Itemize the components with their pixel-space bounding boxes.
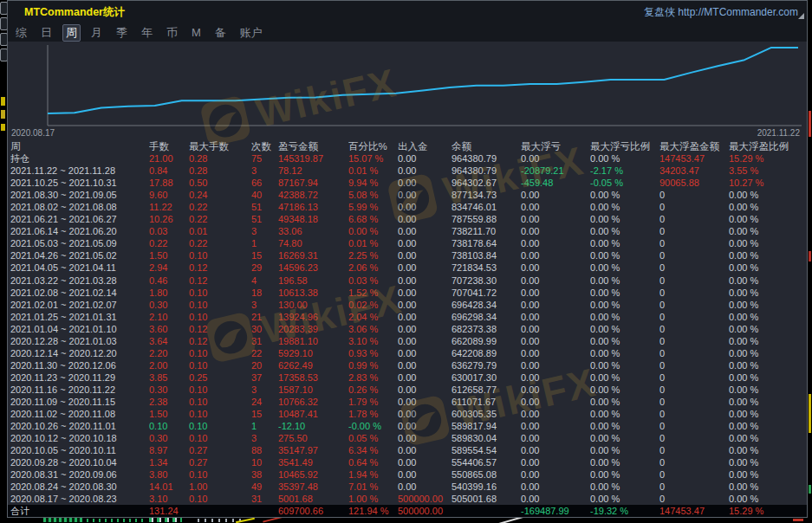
menu-item-备[interactable]: 备	[215, 25, 226, 41]
value-cell: 0	[659, 347, 729, 359]
value-cell: 8.97	[149, 444, 189, 456]
value-cell: 1.79 %	[348, 396, 398, 408]
screen: { "window": { "title": "MTCommander统计", …	[0, 0, 812, 523]
value-cell: 0.00	[398, 213, 451, 225]
menu-item-月[interactable]: 月	[91, 25, 102, 41]
col-header: 最大浮亏	[521, 140, 590, 152]
value-cell: 0.00	[521, 481, 590, 493]
value-cell: 37	[251, 371, 278, 384]
table-row[interactable]: 2021.06.21 ~ 2021.06.2710.260.225149348.…	[8, 213, 807, 225]
table-row[interactable]: 2021.08.30 ~ 2021.09.059.600.244042388.7…	[8, 189, 807, 201]
table-row[interactable]: 2021.03.22 ~ 2021.03.280.460.124196.580.…	[8, 274, 807, 287]
value-cell: 0.30	[149, 299, 189, 311]
value-cell: 5929.10	[278, 347, 348, 359]
menu-item-币[interactable]: 币	[166, 25, 178, 41]
value-cell: 0.00 %	[590, 444, 659, 456]
value-cell: 0	[659, 408, 729, 420]
value-cell: 554406.57	[451, 456, 521, 468]
value-cell: 0.01	[189, 225, 251, 237]
value-cell: 6.68 %	[348, 213, 398, 225]
ghost-mark	[1, 97, 5, 106]
value-cell: 16269.31	[278, 249, 348, 262]
value-cell: 540399.16	[451, 481, 521, 493]
value-cell: 0.00 %	[729, 213, 807, 225]
value-cell: 707041.72	[451, 287, 521, 299]
menu-item-日[interactable]: 日	[41, 25, 52, 41]
weekly-stats-table: 周手数最大手数次数盈亏金额百分比%出入金余额最大浮亏最大浮亏比例最大浮盈金额最大…	[8, 140, 807, 517]
table-row[interactable]: 2020.08.17 ~ 2020.08.233.100.10315001.68…	[8, 493, 807, 505]
value-cell: 738103.84	[451, 249, 521, 262]
value-cell: 0.00	[521, 335, 590, 347]
brand-link[interactable]: 复盘侠 http://MTCommander.com	[644, 5, 798, 20]
table-row[interactable]: 2020.11.02 ~ 2020.11.081.500.101510487.4…	[8, 408, 807, 420]
table-row[interactable]: 2021.04.26 ~ 2021.05.021.500.101516269.3…	[8, 249, 807, 262]
value-cell: 0.00 %	[729, 262, 807, 274]
table-row[interactable]: 2021.02.08 ~ 2021.02.141.800.101810613.3…	[8, 287, 807, 299]
table-row[interactable]: 2021.06.14 ~ 2021.06.200.030.01333.060.0…	[8, 225, 807, 237]
table-row[interactable]: 2020.12.28 ~ 2021.01.033.640.123119881.1…	[8, 335, 807, 347]
table-row[interactable]: 2020.12.14 ~ 2020.12.202.200.10225929.10…	[8, 347, 807, 359]
ghost-candles	[149, 518, 182, 522]
period-cell: 2021.04.05 ~ 2021.04.11	[10, 262, 149, 274]
menu-item-综[interactable]: 综	[16, 25, 27, 41]
period-cell: 2020.12.14 ~ 2020.12.20	[10, 347, 149, 359]
value-cell: 13924.96	[278, 311, 348, 323]
menu-item-季[interactable]: 季	[116, 25, 127, 41]
value-cell: 0.00 %	[590, 249, 659, 262]
value-cell: 0.10	[189, 359, 251, 371]
table-row[interactable]: 2021.04.05 ~ 2021.04.112.940.122914596.2…	[8, 262, 807, 274]
table-row[interactable]: 2020.11.30 ~ 2020.12.062.000.10206262.49…	[8, 359, 807, 371]
value-cell: 3.80	[149, 468, 189, 481]
value-cell: 0.00	[521, 262, 590, 274]
value-cell: 2.06 %	[348, 262, 398, 274]
value-cell: 38	[251, 468, 278, 481]
value-cell: 0.00	[521, 213, 590, 225]
menu-item-周[interactable]: 周	[62, 24, 81, 42]
value-cell: 0.00 %	[590, 481, 659, 493]
table-row[interactable]: 2020.10.05 ~ 2020.10.118.970.278835147.9…	[8, 444, 807, 456]
value-cell: 3	[251, 384, 278, 396]
col-header: 周	[10, 140, 149, 152]
table-row[interactable]: 2021.01.04 ~ 2021.01.103.600.123020283.3…	[8, 323, 807, 335]
value-cell: 0	[659, 189, 729, 201]
value-cell: 0.00	[398, 237, 451, 249]
table-row[interactable]: 2020.10.12 ~ 2020.10.180.300.103275.500.…	[8, 432, 807, 444]
value-cell: 10766.32	[278, 396, 348, 408]
value-cell: 47186.13	[278, 201, 348, 213]
col-header: 出入金	[398, 140, 451, 152]
table-row[interactable]: 2021.11.22 ~ 2021.11.280.840.28378.120.0…	[8, 165, 807, 177]
value-cell: -0.05 %	[590, 177, 659, 189]
value-cell: 0.00 %	[729, 299, 807, 311]
value-cell: 0.00 %	[590, 201, 659, 213]
value-cell: 0.00	[398, 249, 451, 262]
value-cell: 0.03	[149, 225, 189, 237]
ghost-mark	[809, 485, 811, 494]
value-cell: 0.00	[521, 468, 590, 481]
value-cell: 0.00 %	[590, 408, 659, 420]
period-cell: 2021.01.25 ~ 2021.01.31	[10, 311, 149, 323]
table-row[interactable]: 2020.08.31 ~ 2020.09.063.800.103810465.9…	[8, 468, 807, 481]
value-cell: 275.50	[278, 432, 348, 444]
titlebar: MTCommander统计 复盘侠 http://MTCommander.com	[8, 1, 807, 23]
value-cell: 30	[251, 323, 278, 335]
table-row[interactable]: 2021.01.25 ~ 2021.01.312.100.102113924.9…	[8, 311, 807, 323]
table-row[interactable]: 2020.10.26 ~ 2020.11.010.100.101-12.10-0…	[8, 420, 807, 432]
value-cell: 0.22	[189, 201, 251, 213]
table-row[interactable]: 2021.08.02 ~ 2021.08.0811.220.225147186.…	[8, 201, 807, 213]
value-cell: 0.22	[189, 237, 251, 249]
table-row[interactable]: 2020.11.16 ~ 2020.11.220.300.1031587.100…	[8, 384, 807, 396]
menu-item-账户[interactable]: 账户	[240, 25, 263, 41]
table-row[interactable]: 2020.11.23 ~ 2020.11.293.850.253717358.5…	[8, 371, 807, 384]
menu-item-年[interactable]: 年	[141, 25, 153, 41]
menu-item-M[interactable]: M	[192, 26, 201, 39]
table-row[interactable]: 2020.09.28 ~ 2020.10.041.340.27103541.49…	[8, 456, 807, 468]
table-row[interactable]: 2021.02.01 ~ 2021.02.070.300.103130.000.…	[8, 299, 807, 311]
table-row[interactable]: 2021.10.25 ~ 2021.10.3117.880.506687167.…	[8, 177, 807, 189]
col-header: 手数	[149, 140, 189, 152]
value-cell: 0.00 %	[729, 225, 807, 237]
value-cell: 0.25	[189, 371, 251, 384]
table-row[interactable]: 2021.05.03 ~ 2021.05.090.220.22174.800.0…	[8, 237, 807, 249]
table-row[interactable]: 2020.11.09 ~ 2020.11.152.380.102410766.3…	[8, 396, 807, 408]
table-row[interactable]: 2020.08.24 ~ 2020.08.3014.011.004935397.…	[8, 481, 807, 493]
table-row[interactable]: 持仓21.000.2875145319.8715.07 %0.00964380.…	[8, 152, 807, 165]
